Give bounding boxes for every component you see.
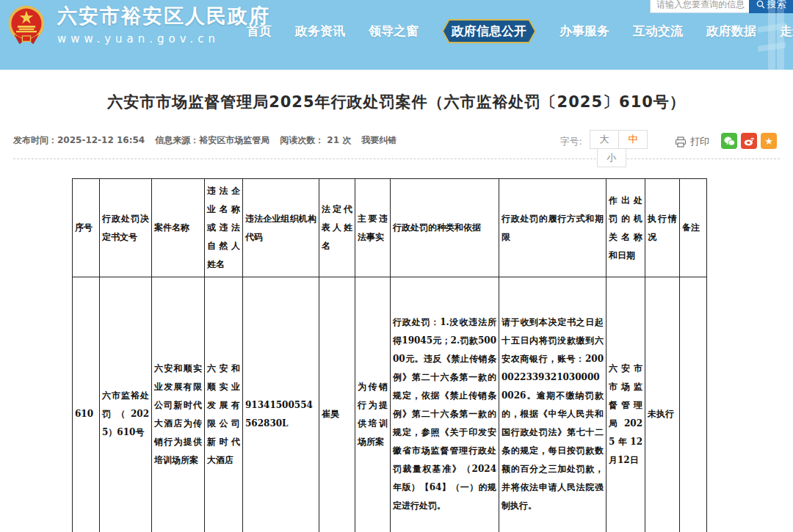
- nav-item-interaction[interactable]: 互动交流: [633, 23, 683, 40]
- info-source: 信息来源：裕安区市场监管局: [155, 134, 269, 147]
- col-header-seq: 序号: [73, 179, 100, 277]
- penalty-table: 序号 行政处罚决定书文号 案件名称 违法企业名称或违法自然人姓名 违法企业组织机…: [72, 178, 707, 532]
- col-header-doc-no: 行政处罚决定书文号: [100, 179, 152, 277]
- col-header-authority-date: 作出处罚的机关名称和日期: [606, 179, 645, 277]
- font-size-control: 大 中 小: [590, 130, 650, 167]
- site-brand[interactable]: 六安市裕安区人民政府 www.yuan.gov.cn: [6, 3, 270, 45]
- nav-item-gov-data[interactable]: 政府数据: [706, 23, 756, 40]
- nav-item-leaders[interactable]: 领导之窗: [369, 23, 419, 40]
- cell-org-code: 91341500554562830L: [243, 277, 319, 532]
- meta-info: 发布时间：2025-12-12 16:54 信息来源：裕安区市场监管局 阅读次数…: [13, 128, 571, 147]
- error-correction-link[interactable]: 我要纠错: [361, 134, 396, 147]
- weibo-icon: [744, 136, 755, 146]
- penalty-table-wrap: 序号 行政处罚决定书文号 案件名称 违法企业名称或违法自然人姓名 违法企业组织机…: [72, 178, 780, 532]
- site-name: 六安市裕安区人民政府: [57, 3, 270, 29]
- cell-legal-rep: 崔昊: [319, 277, 355, 532]
- cell-authority-date: 六安市市场监督管理局 2025年12月12日: [606, 277, 645, 532]
- col-header-company: 违法企业名称或违法自然人姓名: [205, 179, 243, 277]
- cell-remark: [680, 277, 707, 532]
- cell-execution-method: 请于收到本决定书之日起十五日内将罚没款缴到六安农商银行，账号：200002233…: [499, 277, 606, 532]
- national-emblem-icon: [6, 4, 47, 45]
- col-header-penalty: 行政处罚的种类和依据: [391, 179, 499, 277]
- article-content: 六安市市场监督管理局2025年行政处罚案件（六市监裕处罚〔2025〕610号） …: [0, 92, 793, 532]
- main-nav: 首页 政务资讯 领导之窗 政府信息公开 办事服务 互动交流 政府数据 走进裕安: [247, 19, 793, 43]
- table-header-row: 序号 行政处罚决定书文号 案件名称 违法企业名称或违法自然人姓名 违法企业组织机…: [73, 179, 707, 277]
- nav-item-gov-news[interactable]: 政务资讯: [295, 23, 345, 40]
- nav-item-services[interactable]: 办事服务: [560, 23, 609, 40]
- wechat-icon: [724, 136, 735, 146]
- cell-doc-no: 六市监裕处罚（2025）610号: [100, 277, 152, 532]
- cell-case-name: 六安和顺实业发展有限公司新时代大酒店为传销行为提供培训场所案: [152, 277, 205, 532]
- print-button[interactable]: 打印: [675, 135, 709, 148]
- cell-status: 未执行: [645, 277, 680, 532]
- site-url: www.yuan.gov.cn: [57, 32, 270, 45]
- header-ornament: [755, 0, 789, 70]
- nav-item-info-disclosure[interactable]: 政府信息公开: [442, 19, 536, 43]
- font-size-small-button[interactable]: 小: [597, 148, 626, 167]
- printer-icon: [675, 136, 687, 147]
- cell-penalty: 行政处罚：1.没收违法所得19045元；2.罚款50000元。违反《禁止传销条例…: [391, 277, 499, 532]
- nav-item-home[interactable]: 首页: [247, 23, 272, 40]
- meta-tools: 字号: 大 中 小 打印: [560, 130, 777, 167]
- col-header-legal-rep: 法定代表人姓名: [319, 179, 355, 277]
- view-count: 阅读次数： 21 次: [280, 134, 351, 147]
- table-row: 610 六市监裕处罚（2025）610号 六安和顺实业发展有限公司新时代大酒店为…: [73, 277, 707, 532]
- cell-company: 六安和顺实业发展有限公司新时代大酒店: [205, 277, 243, 532]
- col-header-facts: 主要违法事实: [355, 179, 391, 277]
- col-header-status: 执行情况: [645, 179, 680, 277]
- cell-facts: 为传销行为提供培训场所案: [355, 277, 391, 532]
- share-group: ★: [721, 133, 777, 149]
- publish-time: 发布时间：2025-12-12 16:54: [13, 134, 145, 147]
- font-size-large-button[interactable]: 大: [590, 130, 619, 149]
- wechat-share-icon[interactable]: [721, 133, 737, 149]
- meta-bar: 发布时间：2025-12-12 16:54 信息来源：裕安区市场监管局 阅读次数…: [13, 128, 780, 159]
- site-header: 六安市裕安区人民政府 www.yuan.gov.cn 首页 政务资讯 领导之窗 …: [0, 0, 793, 70]
- search-input[interactable]: [650, 0, 749, 13]
- font-size-medium-button[interactable]: 中: [618, 130, 648, 149]
- col-header-remark: 备注: [680, 179, 707, 277]
- col-header-case-name: 案件名称: [152, 179, 205, 277]
- favorite-star-icon[interactable]: ★: [761, 133, 777, 149]
- weibo-share-icon[interactable]: [741, 133, 757, 149]
- col-header-execution-method: 行政处罚的履行方式和期限: [499, 179, 606, 277]
- font-size-label: 字号:: [560, 135, 582, 148]
- cell-seq: 610: [73, 277, 100, 532]
- col-header-org-code: 违法企业组织机构代码: [243, 179, 319, 277]
- page-title: 六安市市场监督管理局2025年行政处罚案件（六市监裕处罚〔2025〕610号）: [13, 92, 780, 112]
